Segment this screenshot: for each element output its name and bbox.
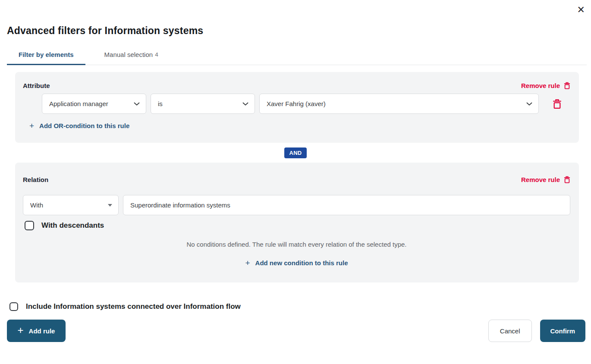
plus-icon: + xyxy=(29,122,34,130)
delete-condition-button[interactable] xyxy=(553,99,562,109)
tab-label: Filter by elements xyxy=(19,51,74,58)
plus-icon: + xyxy=(18,325,24,336)
relation-type-value: Superordinate information systems xyxy=(130,201,230,209)
chevron-down-icon xyxy=(242,102,248,106)
tab-bar: Filter by elements Manual selection 4 xyxy=(7,44,587,65)
add-or-condition-button[interactable]: + Add OR-condition to this rule xyxy=(29,122,129,130)
operator-select-value: is xyxy=(158,100,238,107)
tab-label: Manual selection xyxy=(104,51,153,58)
dialog-title: Advanced filters for Information systems xyxy=(7,25,591,37)
rule-type-heading: Relation xyxy=(23,176,48,183)
remove-rule-label: Remove rule xyxy=(521,82,560,89)
tab-manual-selection[interactable]: Manual selection 4 xyxy=(93,44,170,65)
add-new-condition-label: Add new condition to this rule xyxy=(255,259,348,267)
trash-icon xyxy=(564,82,570,89)
attribute-select[interactable]: Application manager xyxy=(42,94,146,114)
attribute-select-value: Application manager xyxy=(49,100,129,107)
remove-rule-label: Remove rule xyxy=(521,176,560,183)
add-new-condition-button[interactable]: + Add new condition to this rule xyxy=(245,259,348,267)
misspelled-word: xaver xyxy=(308,100,324,107)
no-conditions-message: No conditions defined. The rule will mat… xyxy=(23,241,570,248)
attribute-rule-card: Attribute Remove rule Application manage… xyxy=(15,72,579,143)
chevron-down-icon xyxy=(526,102,532,106)
add-rule-button[interactable]: + Add rule xyxy=(7,320,66,342)
include-connected-label[interactable]: Include Information systems connected ov… xyxy=(26,302,241,311)
close-icon[interactable]: ✕ xyxy=(577,5,585,15)
relation-direction-select[interactable]: With xyxy=(23,195,119,215)
remove-rule-button[interactable]: Remove rule xyxy=(521,176,570,183)
add-or-condition-label: Add OR-condition to this rule xyxy=(39,122,129,129)
trash-icon xyxy=(553,99,562,109)
relation-type-input[interactable]: Superordinate information systems xyxy=(123,195,570,215)
relation-direction-value: With xyxy=(30,201,104,209)
tab-filter-by-elements[interactable]: Filter by elements xyxy=(7,44,85,65)
include-connected-checkbox[interactable] xyxy=(9,302,18,311)
plus-icon: + xyxy=(245,259,250,267)
caret-down-icon xyxy=(108,204,112,207)
tab-count-badge: 4 xyxy=(155,51,158,58)
confirm-button[interactable]: Confirm xyxy=(540,320,586,342)
chevron-down-icon xyxy=(134,102,140,106)
trash-icon xyxy=(564,176,570,183)
with-descendants-checkbox[interactable] xyxy=(25,221,34,230)
remove-rule-button[interactable]: Remove rule xyxy=(521,82,570,89)
and-badge[interactable]: AND xyxy=(284,147,306,158)
attribute-value-select[interactable]: Xaver Fahrig (xaver) xyxy=(259,94,539,114)
cancel-button[interactable]: Cancel xyxy=(488,320,532,342)
with-descendants-label[interactable]: With descendants xyxy=(41,221,104,230)
rule-connector: AND xyxy=(0,147,591,158)
rule-type-heading: Attribute xyxy=(23,82,50,89)
attribute-value-text: Xaver Fahrig (xaver) xyxy=(267,100,522,107)
operator-select[interactable]: is xyxy=(151,94,255,114)
relation-rule-card: Relation Remove rule With Superordinate … xyxy=(15,163,579,282)
add-rule-label: Add rule xyxy=(29,327,55,335)
